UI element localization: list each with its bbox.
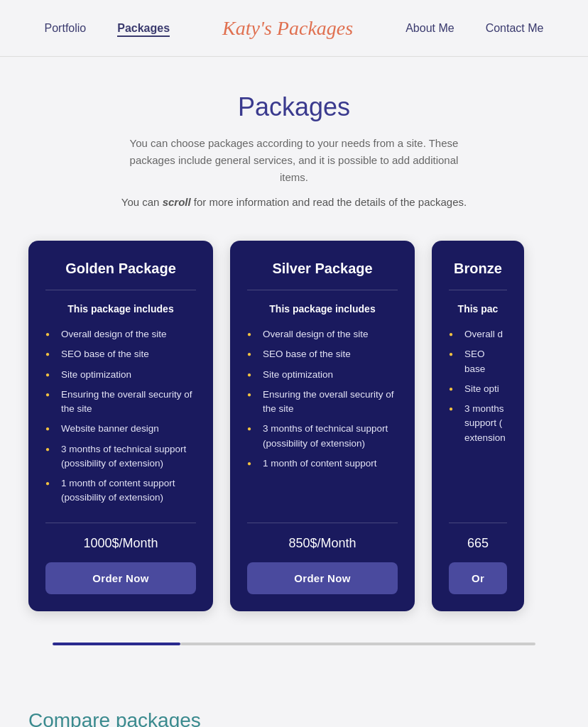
- bronze-includes-label: This pac: [449, 303, 507, 315]
- silver-features-list: Overall design of the site SEO base of t…: [247, 324, 398, 508]
- page-subtitle: You can choose packages according to you…: [116, 135, 472, 186]
- list-item: Site optimization: [45, 365, 196, 385]
- list-item: Overall design of the site: [247, 324, 398, 344]
- list-item: SEO base of the site: [247, 344, 398, 364]
- nav-link-portfolio[interactable]: Portfolio: [45, 22, 87, 34]
- bronze-price: 665: [467, 536, 489, 550]
- list-item: Overall d: [449, 324, 507, 344]
- list-item: 1 month of content support (possibility …: [45, 474, 196, 508]
- list-item: Site optimization: [247, 365, 398, 385]
- silver-order-button[interactable]: Order Now: [247, 562, 398, 594]
- golden-features-list: Overall design of the site SEO base of t…: [45, 324, 196, 508]
- nav-link-contact[interactable]: Contact Me: [486, 22, 544, 34]
- list-item: SEO base of the site: [45, 344, 196, 364]
- golden-order-button[interactable]: Order Now: [45, 562, 196, 594]
- list-item: 3 months of technical support (possibili…: [45, 439, 196, 474]
- scroll-keyword: scroll: [163, 196, 191, 208]
- silver-price: 850$/Month: [288, 536, 356, 550]
- golden-price-section: 1000$/Month: [45, 523, 196, 551]
- silver-price-section: 850$/Month: [247, 523, 398, 551]
- scroll-note-suffix: for more information and read the detail…: [191, 196, 467, 208]
- list-item: Site opti: [449, 379, 507, 399]
- golden-price: 1000$/Month: [83, 536, 158, 550]
- list-item: 3 months of technical support (possibili…: [247, 419, 398, 454]
- nav-logo: Katy's Packages: [201, 17, 374, 39]
- list-item: Ensuring the overall security of the sit…: [247, 385, 398, 420]
- silver-package-title: Silver Package: [247, 261, 398, 290]
- nav-link-about[interactable]: About Me: [405, 22, 454, 34]
- golden-includes-label: This package includes: [45, 303, 196, 315]
- list-item: Overall design of the site: [45, 324, 196, 344]
- scroll-note-prefix: You can: [121, 196, 163, 208]
- golden-package-title: Golden Package: [45, 261, 196, 290]
- nav-link-packages[interactable]: Packages: [117, 22, 170, 37]
- scroll-indicator: [53, 643, 535, 645]
- main-content: Packages You can choose packages accordi…: [0, 57, 588, 674]
- bronze-order-button[interactable]: Or: [449, 562, 507, 594]
- compare-section: Compare packages Golden Package Silver P…: [0, 674, 588, 728]
- silver-includes-label: This package includes: [247, 303, 398, 315]
- list-item: SEO base: [449, 344, 507, 379]
- package-card-golden: Golden Package This package includes Ove…: [28, 241, 213, 611]
- package-card-silver: Silver Package This package includes Ove…: [230, 241, 415, 611]
- list-item: 3 months support ( extension: [449, 399, 507, 448]
- packages-carousel: Golden Package This package includes Ove…: [14, 234, 574, 625]
- navbar: Portfolio Packages Katy's Packages About…: [0, 0, 588, 57]
- scroll-note: You can scroll for more information and …: [28, 196, 560, 208]
- list-item: Ensuring the overall security of the sit…: [45, 385, 196, 420]
- list-item: Website banner design: [45, 419, 196, 439]
- page-title: Packages: [28, 92, 560, 122]
- bronze-package-title: Bronze: [449, 261, 507, 290]
- bronze-price-section: 665: [449, 523, 507, 551]
- compare-title: Compare packages: [28, 709, 560, 728]
- package-card-bronze: Bronze This pac Overall d SEO base Site …: [432, 241, 524, 611]
- list-item: 1 month of content support: [247, 454, 398, 474]
- scroll-bar-inactive: [180, 643, 535, 645]
- scroll-bar-active: [53, 643, 180, 645]
- bronze-features-list: Overall d SEO base Site opti 3 months su…: [449, 324, 507, 508]
